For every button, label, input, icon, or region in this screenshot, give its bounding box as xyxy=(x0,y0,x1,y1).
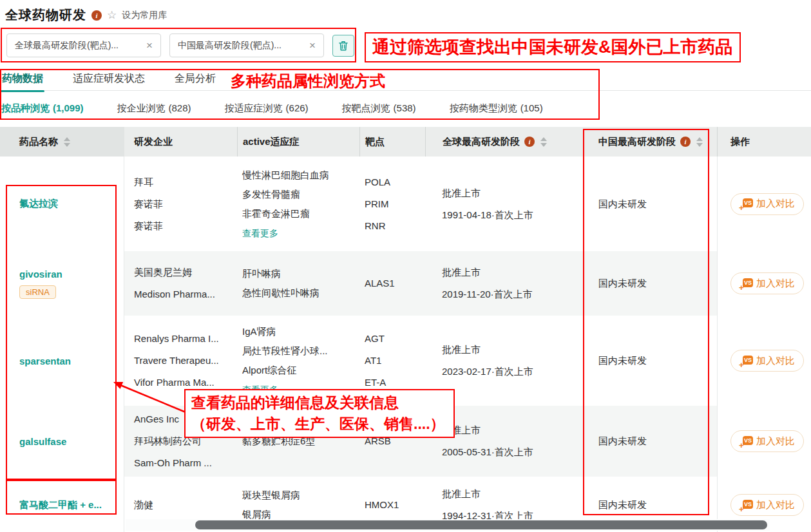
titlebar: 全球药物研发 i ☆ 设为常用库 xyxy=(5,6,167,24)
drug-type-badge: siRNA xyxy=(19,285,56,299)
sort-icon[interactable] xyxy=(540,137,547,147)
indication: 非霍奇金淋巴瘤 xyxy=(242,204,359,223)
clear-filters-button[interactable] xyxy=(332,35,354,57)
vs-compare-icon: +VS xyxy=(739,278,753,289)
company: 拜耳 xyxy=(134,171,237,193)
sort-icon[interactable] xyxy=(64,137,70,147)
first-launch-date: 2005-05-31·首次上市 xyxy=(442,441,583,463)
company: 美国奥尼兰姆 xyxy=(134,261,237,283)
target: HMOX1 xyxy=(365,494,425,516)
vs-compare-icon: +VS xyxy=(739,356,753,366)
vs-compare-icon: +VS xyxy=(739,436,753,447)
add-compare-button[interactable]: +VS 加入对比 xyxy=(730,494,804,516)
filter-chip-label: 中国最高研发阶段(靶点)... xyxy=(178,40,281,52)
target: PRIM xyxy=(365,193,425,215)
subtab-by-variety[interactable]: 按品种浏览(1,099) xyxy=(1,102,84,115)
tab-indication-status[interactable]: 适应症研发状态 xyxy=(73,72,145,86)
company: 渤健 xyxy=(134,494,237,516)
close-icon[interactable]: × xyxy=(309,40,316,51)
company: Travere Therapeu... xyxy=(134,350,237,372)
add-compare-button[interactable]: +VS 加入对比 xyxy=(730,430,804,452)
first-launch-date: 1991-04-18·首次上市 xyxy=(442,204,583,226)
page-title: 全球药物研发 xyxy=(5,6,86,24)
drug-link[interactable]: galsulfase xyxy=(19,436,124,447)
table-row: givosiran siRNA 美国奥尼兰姆 Medison Pharma...… xyxy=(0,251,811,316)
target: AT1 xyxy=(365,350,425,372)
target: ALAS1 xyxy=(365,272,425,294)
main-tabs: 药物数据 适应症研发状态 全局分析 xyxy=(0,67,811,91)
cn-stage: 国内未研发 xyxy=(598,193,717,215)
col-header-action: 操作 xyxy=(717,127,811,157)
company: Renalys Pharma I... xyxy=(134,328,237,350)
global-stage: 批准上市 xyxy=(442,419,583,441)
browse-subtabs: 按品种浏览(1,099) 按企业浏览(828) 按适应症浏览(626) 按靶点浏… xyxy=(1,97,543,120)
subtab-by-indication[interactable]: 按适应症浏览(626) xyxy=(225,102,309,115)
horizontal-scrollbar-thumb[interactable] xyxy=(195,520,767,529)
cn-stage: 国内未研发 xyxy=(598,494,717,516)
subtab-by-drug-type[interactable]: 按药物类型浏览(105) xyxy=(450,102,543,115)
close-icon[interactable]: × xyxy=(146,40,153,51)
company: 赛诺菲 xyxy=(134,215,237,237)
view-more-link[interactable]: 查看更多 xyxy=(242,223,359,243)
indication: Alport综合征 xyxy=(242,361,359,380)
drug-link[interactable]: sparsentan xyxy=(19,356,124,366)
indication: 肝卟啉病 xyxy=(242,264,359,283)
table-row: 氟达拉滨 拜耳 赛诺菲 赛诺菲 慢性淋巴细胞白血病 多发性骨髓瘤 非霍奇金淋巴瘤… xyxy=(0,157,811,251)
table-header: 药品名称 研发企业 active适应症 靶点 全球最高研发阶段 i 中国最高研发… xyxy=(0,127,811,157)
drug-link[interactable]: 氟达拉滨 xyxy=(19,198,124,210)
annotation-detail-note: 查看药品的详细信息及关联信息 （研发、上市、生产、医保、销售....） xyxy=(184,389,455,438)
indication: 多发性骨髓瘤 xyxy=(242,185,359,204)
cn-stage: 国内未研发 xyxy=(598,430,717,452)
subtab-by-target[interactable]: 按靶点浏览(538) xyxy=(342,102,416,115)
col-header-company: 研发企业 xyxy=(124,127,237,157)
annotation-browse-note: 多种药品属性浏览方式 xyxy=(231,71,385,91)
sort-icon[interactable] xyxy=(696,137,703,147)
first-launch-date: 2023-02-17·首次上市 xyxy=(442,361,583,383)
drug-link[interactable]: 富马酸二甲酯 + e... xyxy=(19,499,124,511)
vs-compare-icon: +VS xyxy=(739,198,753,209)
filter-chip-global-stage: 全球最高研发阶段(靶点)... × xyxy=(6,33,161,57)
global-stage: 批准上市 xyxy=(442,261,583,283)
trash-icon xyxy=(337,39,350,52)
cn-stage: 国内未研发 xyxy=(598,350,717,372)
global-stage: 批准上市 xyxy=(442,483,583,505)
target: POLA xyxy=(365,171,425,193)
indication: 局灶节段性肾小球... xyxy=(242,341,359,361)
col-header-global-stage[interactable]: 全球最高研发阶段 i xyxy=(425,127,583,157)
indication: 斑块型银屑病 xyxy=(242,486,359,505)
col-header-cn-stage[interactable]: 中国最高研发阶段 i xyxy=(583,127,717,157)
info-icon[interactable]: i xyxy=(524,137,535,147)
subtab-by-company[interactable]: 按企业浏览(828) xyxy=(117,102,191,115)
add-compare-button[interactable]: +VS 加入对比 xyxy=(730,193,804,215)
target: RNR xyxy=(365,215,425,237)
filter-chip-bar: 全球最高研发阶段(靶点)... × 中国最高研发阶段(靶点)... × xyxy=(6,33,354,57)
global-stage: 批准上市 xyxy=(442,339,583,361)
indication: 慢性淋巴细胞白血病 xyxy=(242,166,359,185)
vs-compare-icon: +VS xyxy=(739,500,753,511)
drug-link[interactable]: givosiran xyxy=(19,269,124,280)
tab-global-analysis[interactable]: 全局分析 xyxy=(175,72,216,86)
tab-drug-data[interactable]: 药物数据 xyxy=(2,72,43,86)
filter-chip-label: 全球最高研发阶段(靶点)... xyxy=(15,40,119,52)
add-compare-button[interactable]: +VS 加入对比 xyxy=(730,350,804,372)
company: 赛诺菲 xyxy=(134,193,237,215)
col-header-target: 靶点 xyxy=(359,127,425,157)
info-icon[interactable]: i xyxy=(680,137,691,147)
col-header-drug-name[interactable]: 药品名称 xyxy=(0,127,124,157)
add-compare-button[interactable]: +VS 加入对比 xyxy=(730,272,804,294)
drug-table: 药品名称 研发企业 active适应症 靶点 全球最高研发阶段 i 中国最高研发… xyxy=(0,127,811,532)
info-icon[interactable]: i xyxy=(91,10,102,21)
company: Medison Pharma... xyxy=(134,283,237,305)
cn-stage: 国内未研发 xyxy=(598,272,717,294)
target: AGT xyxy=(365,328,425,350)
indication: IgA肾病 xyxy=(242,322,359,341)
global-stage: 批准上市 xyxy=(442,182,583,204)
first-launch-date: 2019-11-20·首次上市 xyxy=(442,283,583,305)
global-drug-rd-page: 全球药物研发 i ☆ 设为常用库 全球最高研发阶段(靶点)... × 中国最高研… xyxy=(0,0,811,532)
filter-chip-cn-stage: 中国最高研发阶段(靶点)... × xyxy=(169,33,324,57)
set-favorite-label[interactable]: 设为常用库 xyxy=(122,10,167,21)
col-header-indication: active适应症 xyxy=(237,127,359,157)
favorite-star-icon[interactable]: ☆ xyxy=(107,10,117,21)
company: Sam-Oh Pharm ... xyxy=(134,452,237,474)
annotation-filter-note: 通过筛选项查找出中国未研发&国外已上市药品 xyxy=(365,32,741,62)
